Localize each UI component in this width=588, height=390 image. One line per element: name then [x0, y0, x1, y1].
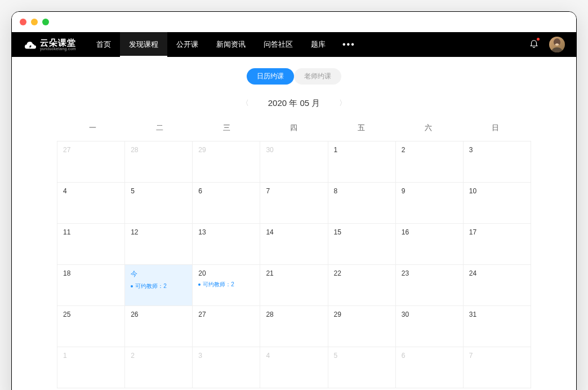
maximize-icon[interactable]: [42, 19, 49, 25]
calendar-cell[interactable]: 9: [396, 183, 464, 224]
date-number: 3: [198, 352, 254, 360]
date-number: 29: [198, 146, 254, 154]
calendar-cell[interactable]: 27: [57, 141, 125, 183]
close-icon[interactable]: [20, 19, 26, 25]
next-month-icon[interactable]: 〉: [337, 96, 349, 110]
date-number: 29: [334, 311, 390, 318]
calendar-cell[interactable]: 5: [328, 347, 396, 388]
calendar-cell[interactable]: 6: [193, 183, 260, 224]
date-number: 15: [334, 228, 390, 236]
available-teacher-tag[interactable]: 可约教师：2: [131, 282, 186, 290]
main-content: 日历约课 老师约课 〈 2020 年 05 月 〉 一二三四五六日 272829…: [12, 57, 576, 390]
calendar-cell[interactable]: 24: [464, 265, 531, 306]
calendar-cell[interactable]: 1: [57, 347, 125, 388]
date-number: 17: [469, 228, 525, 236]
calendar-cell[interactable]: 29: [193, 141, 260, 183]
date-number: 11: [63, 228, 119, 236]
calendar-cell[interactable]: 13: [193, 224, 260, 265]
calendar-cell[interactable]: 20可约教师：2: [193, 265, 260, 306]
calendar-cell[interactable]: 7: [464, 347, 531, 388]
calendar-cell[interactable]: 2: [125, 347, 193, 388]
tab-teacher-booking[interactable]: 老师约课: [294, 68, 341, 85]
calendar-cell[interactable]: 31: [464, 306, 531, 347]
date-number: 18: [63, 269, 119, 277]
date-number: 27: [198, 311, 254, 318]
weekday-label: 日: [462, 119, 529, 136]
calendar-cell[interactable]: 28: [260, 306, 328, 347]
date-number: 7: [469, 352, 525, 360]
view-tabs: 日历约课 老师约课: [57, 68, 531, 85]
date-number: 30: [402, 311, 457, 318]
calendar-cell[interactable]: 10: [464, 183, 531, 224]
nav-items: 首页发现课程公开课新闻资讯问答社区题库: [87, 32, 335, 57]
logo[interactable]: 云朵课堂 yunduoketang.com: [23, 37, 76, 52]
date-number: 2: [131, 352, 186, 360]
tab-calendar-booking[interactable]: 日历约课: [247, 68, 294, 85]
nav-item-2[interactable]: 公开课: [167, 32, 207, 57]
nav-item-1[interactable]: 发现课程: [120, 32, 167, 57]
date-number: 12: [131, 228, 186, 236]
logo-text: 云朵课堂: [40, 38, 76, 47]
calendar-grid: 27282930123456789101112131415161718今可约教师…: [57, 141, 531, 388]
calendar-cell[interactable]: 12: [125, 224, 193, 265]
top-nav: 云朵课堂 yunduoketang.com 首页发现课程公开课新闻资讯问答社区题…: [12, 32, 576, 57]
app-window: 云朵课堂 yunduoketang.com 首页发现课程公开课新闻资讯问答社区题…: [11, 11, 577, 390]
date-number: 9: [402, 187, 457, 195]
calendar-cell[interactable]: 8: [328, 183, 396, 224]
notification-dot-icon: [537, 38, 540, 41]
calendar-cell[interactable]: 3: [464, 141, 531, 183]
date-number: 4: [63, 187, 119, 195]
calendar-cell[interactable]: 2: [396, 141, 464, 183]
calendar-cell[interactable]: 14: [260, 224, 328, 265]
calendar-cell[interactable]: 1: [328, 141, 396, 183]
calendar-cell[interactable]: 22: [328, 265, 396, 306]
calendar-cell[interactable]: 16: [396, 224, 464, 265]
calendar-cell[interactable]: 11: [57, 224, 125, 265]
calendar-cell[interactable]: 15: [328, 224, 396, 265]
date-number: 6: [402, 352, 457, 360]
calendar-cell[interactable]: 今可约教师：2: [125, 265, 193, 306]
date-number: 16: [402, 228, 457, 236]
date-number: 24: [469, 269, 525, 277]
user-avatar[interactable]: [549, 37, 565, 52]
calendar-cell[interactable]: 27: [193, 306, 260, 347]
date-number: 7: [266, 187, 322, 195]
calendar-cell[interactable]: 18: [57, 265, 125, 306]
date-number: 3: [469, 146, 525, 154]
logo-subtext: yunduoketang.com: [40, 47, 76, 51]
date-number: 22: [334, 269, 390, 277]
calendar-cell[interactable]: 6: [396, 347, 464, 388]
weekday-label: 五: [328, 119, 395, 136]
calendar-cell[interactable]: 21: [260, 265, 328, 306]
calendar-cell[interactable]: 25: [57, 306, 125, 347]
minimize-icon[interactable]: [31, 19, 38, 25]
nav-item-4[interactable]: 问答社区: [255, 32, 302, 57]
nav-item-5[interactable]: 题库: [302, 32, 335, 57]
date-number: 26: [131, 311, 186, 318]
available-teacher-tag[interactable]: 可约教师：2: [198, 281, 254, 289]
calendar-cell[interactable]: 7: [260, 183, 328, 224]
calendar-cell[interactable]: 26: [125, 306, 193, 347]
calendar-cell[interactable]: 28: [125, 141, 193, 183]
calendar-cell[interactable]: 30: [396, 306, 464, 347]
month-navigator: 〈 2020 年 05 月 〉: [57, 96, 531, 110]
date-number: 1: [63, 352, 119, 360]
prev-month-icon[interactable]: 〈: [239, 96, 251, 110]
nav-more-icon[interactable]: •••: [335, 39, 363, 50]
calendar-cell[interactable]: 4: [57, 183, 125, 224]
calendar-cell[interactable]: 17: [464, 224, 531, 265]
calendar-cell[interactable]: 4: [260, 347, 328, 388]
nav-item-0[interactable]: 首页: [87, 32, 120, 57]
date-number: 25: [63, 311, 119, 318]
date-number: 31: [469, 311, 525, 318]
calendar-cell[interactable]: 5: [125, 183, 193, 224]
notification-bell-icon[interactable]: [529, 38, 539, 51]
calendar-cell[interactable]: 30: [260, 141, 328, 183]
calendar-cell[interactable]: 3: [193, 347, 260, 388]
calendar-cell[interactable]: 23: [396, 265, 464, 306]
calendar-cell[interactable]: 29: [328, 306, 396, 347]
date-number: 23: [402, 269, 457, 277]
nav-item-3[interactable]: 新闻资讯: [207, 32, 255, 57]
date-number: 28: [266, 311, 322, 318]
date-number: 27: [63, 146, 119, 154]
